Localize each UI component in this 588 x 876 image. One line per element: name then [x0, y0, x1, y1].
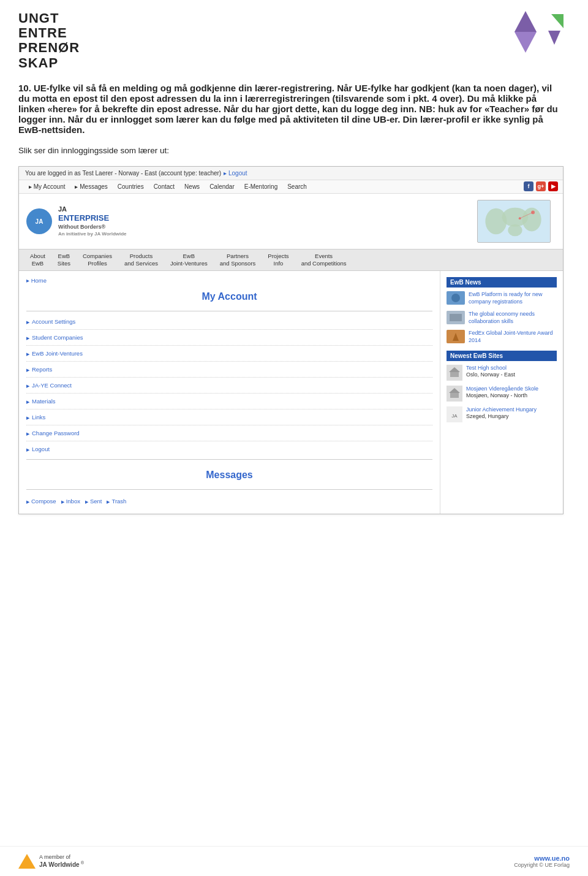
- newest-title: Newest EwB Sites: [447, 351, 557, 361]
- ue-logo: UNGT ENTRE PRENØR SKAP: [18, 11, 74, 70]
- sec-nav-companies[interactable]: CompaniesProfiles: [77, 249, 118, 271]
- sec-nav-partners[interactable]: Partnersand Sponsors: [214, 249, 262, 271]
- menu-reports[interactable]: Reports: [26, 364, 432, 375]
- sec-nav-about[interactable]: AboutEwB: [24, 249, 51, 271]
- news-thumb-3: [447, 330, 465, 343]
- school-location-3: Szeged, Hungary: [466, 413, 537, 421]
- logo-tagline: An initiative by JA Worldwide: [58, 231, 127, 237]
- site-breadcrumb: ▸ Home: [26, 277, 432, 284]
- school-info-1: Test High school Oslo, Norway - East: [466, 365, 515, 379]
- nav-item-messages[interactable]: ▸ Messages: [70, 180, 112, 193]
- divider-dotted-4: [26, 377, 432, 378]
- svg-marker-3: [548, 31, 560, 45]
- divider-dotted-5: [26, 393, 432, 394]
- news-text-3[interactable]: FedEx Global Joint-Venture Award 2014: [469, 330, 557, 344]
- step-number: 10. UE-fylke vil så få en melding og må …: [18, 83, 564, 135]
- googleplus-icon[interactable]: g+: [536, 181, 546, 191]
- divider-dotted-7: [26, 425, 432, 425]
- school-name-3[interactable]: Junior Achievement Hungary: [466, 406, 537, 414]
- footer-copyright: Copyright © UE Forlag: [514, 862, 570, 868]
- sec-nav-events[interactable]: Eventsand Competitions: [295, 249, 353, 271]
- news-item-1: EwB Platform is ready for new company re…: [447, 291, 557, 305]
- sent-link[interactable]: Sent: [85, 498, 102, 505]
- nav-item-my-account[interactable]: ▸ My Account: [24, 180, 70, 193]
- logged-in-text: You are logged in as Test Laerer - Norwa…: [25, 170, 221, 177]
- main-content: 10. UE-fylke vil så få en melding og må …: [0, 77, 588, 552]
- sec-nav-projects[interactable]: ProjectsInfo: [262, 249, 295, 271]
- svg-marker-2: [551, 14, 564, 28]
- divider-3: [26, 489, 432, 490]
- divider-dotted-1: [26, 329, 432, 330]
- logout-link[interactable]: ▸ Logout: [224, 170, 247, 177]
- ja-worldwide-text: A member of JA Worldwide ®: [39, 854, 84, 869]
- nav-item-news[interactable]: News: [179, 180, 205, 193]
- nav-item-calendar[interactable]: Calendar: [205, 180, 239, 193]
- svg-point-10: [508, 224, 522, 236]
- ja-logo-circle: JA: [26, 208, 52, 234]
- ja-worldwide-label: JA Worldwide: [39, 861, 80, 868]
- svg-text:JA: JA: [36, 218, 43, 225]
- school-name-2[interactable]: Mosjøen Videregående Skole: [466, 386, 538, 393]
- trash-link[interactable]: Trash: [107, 498, 126, 505]
- section-label: Slik ser din innloggingsside som lærer u…: [18, 146, 564, 155]
- sec-nav-joint-ventures[interactable]: EwBJoint-Ventures: [164, 249, 214, 271]
- svg-marker-1: [514, 32, 537, 53]
- menu-materials[interactable]: Materials: [26, 396, 432, 406]
- news-item-2: The global economy needs collaboration s…: [447, 311, 557, 325]
- compose-link[interactable]: Compose: [26, 498, 56, 505]
- menu-ja-ye-connect[interactable]: JA-YE Connect: [26, 380, 432, 390]
- nav-item-search[interactable]: Search: [282, 180, 312, 193]
- nav-item-contact[interactable]: Contact: [149, 180, 179, 193]
- ewb-news-title: EwB News: [447, 277, 557, 288]
- menu-ewb-joint-ventures[interactable]: EwB Joint-Ventures: [26, 348, 432, 359]
- news-thumb-1: [447, 291, 465, 305]
- menu-logout[interactable]: Logout: [26, 444, 432, 454]
- sec-nav-products[interactable]: Productsand Services: [118, 249, 164, 271]
- footer-left: A member of JA Worldwide ®: [18, 854, 84, 869]
- social-icons: f g+ ▶: [524, 181, 558, 191]
- menu-account-settings[interactable]: Account Settings: [26, 316, 432, 327]
- site-secondary-nav: AboutEwB EwBSites CompaniesProfiles Prod…: [19, 249, 563, 272]
- news-text-2[interactable]: The global economy needs collaboration s…: [469, 311, 557, 325]
- news-item-3: FedEx Global Joint-Venture Award 2014: [447, 330, 557, 344]
- school-thumb-2: [447, 386, 462, 402]
- nav-item-countries[interactable]: Countries: [113, 180, 149, 193]
- news-thumb-2: [447, 311, 465, 324]
- page-footer: A member of JA Worldwide ® www.ue.no Cop…: [0, 846, 588, 876]
- inbox-link[interactable]: Inbox: [61, 498, 80, 505]
- svg-marker-0: [514, 11, 537, 32]
- svg-point-15: [451, 294, 460, 302]
- site-main: ▸ Home My Account Account Settings Stude…: [19, 271, 563, 514]
- newest-ewb-sites: Newest EwB Sites Test High school Oslo,: [447, 351, 557, 422]
- messages-title: Messages: [26, 470, 432, 481]
- site-logo-text: JA ENTERPRISE Without Borders® An initia…: [58, 205, 127, 237]
- nav-item-e-mentoring[interactable]: E-Mentoring: [239, 180, 282, 193]
- svg-rect-17: [450, 314, 462, 321]
- footer-url: www.ue.no: [514, 855, 570, 862]
- svg-text:JA: JA: [451, 413, 458, 419]
- divider-2: [26, 459, 432, 460]
- school-item-1: Test High school Oslo, Norway - East: [447, 365, 557, 381]
- svg-point-12: [519, 217, 521, 219]
- youtube-icon[interactable]: ▶: [548, 181, 558, 191]
- divider-dotted-6: [26, 409, 432, 409]
- my-account-title: My Account: [26, 291, 432, 302]
- school-info-2: Mosjøen Videregående Skole Mosjøen, Norw…: [466, 386, 538, 400]
- school-name-1[interactable]: Test High school: [466, 365, 515, 372]
- sec-nav-ewb-sites[interactable]: EwBSites: [51, 249, 77, 271]
- world-map: [477, 200, 551, 243]
- menu-student-companies[interactable]: Student Companies: [26, 332, 432, 343]
- ja-worldwide-logo: A member of JA Worldwide ®: [18, 854, 84, 869]
- divider-dotted-8: [26, 441, 432, 441]
- diamond-logo: [514, 11, 564, 53]
- menu-links[interactable]: Links: [26, 412, 432, 422]
- menu-change-password[interactable]: Change Password: [26, 428, 432, 438]
- school-location-2: Mosjøen, Norway - North: [466, 392, 538, 400]
- logo-borders: Without Borders®: [58, 224, 127, 231]
- member-of-text: A member of: [39, 854, 70, 860]
- facebook-icon[interactable]: f: [524, 181, 533, 191]
- divider-dotted-3: [26, 361, 432, 362]
- news-text-1[interactable]: EwB Platform is ready for new company re…: [469, 291, 557, 305]
- logo-ja: JA: [58, 205, 127, 213]
- footer-right: www.ue.no Copyright © UE Forlag: [514, 855, 570, 868]
